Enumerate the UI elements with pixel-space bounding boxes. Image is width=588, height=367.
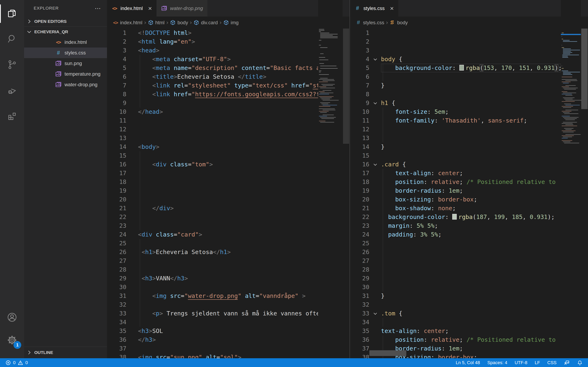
feedback-icon[interactable] — [560, 358, 573, 367]
code-line-21[interactable]: 21 box-shadow: none; — [350, 204, 561, 213]
breadcrumb-item-body[interactable]: body — [390, 20, 408, 25]
breadcrumb-item-index-html[interactable]: <>index.html — [113, 20, 142, 25]
activity-search[interactable] — [0, 27, 24, 50]
code-line-2[interactable]: 2 — [350, 37, 561, 46]
cursor-position[interactable]: Ln 5, Col 48 — [452, 358, 484, 367]
tab-styles-css[interactable]: #styles.css× — [350, 0, 398, 17]
color-swatch[interactable] — [452, 214, 457, 220]
vertical-scrollbar[interactable] — [343, 0, 350, 358]
activity-explorer[interactable] — [0, 2, 24, 25]
code-line-4[interactable]: 4body { — [350, 55, 561, 64]
code-line-29[interactable]: 29 — [350, 274, 561, 283]
code-line-15[interactable]: 15 — [350, 151, 561, 160]
code-line-21[interactable]: 21 </div> — [107, 204, 318, 213]
code-line-32[interactable]: 32 — [350, 300, 561, 309]
breadcrumb-item-img[interactable]: img — [223, 20, 239, 25]
code-line-26[interactable]: 26 — [350, 248, 561, 257]
code-line-24[interactable]: 24 padding: 3% 5%; — [350, 230, 561, 239]
close-icon[interactable]: × — [390, 5, 394, 12]
scrollbar-slider[interactable] — [581, 29, 588, 109]
code-line-26[interactable]: 26 <h1>Echeveria Setosa</h1> — [107, 248, 318, 257]
code-line-24[interactable]: 24<div class="card"> — [107, 230, 318, 239]
code-line-23[interactable]: 23 margin: 5% 5%; — [350, 221, 561, 230]
activity-account[interactable] — [0, 306, 24, 328]
code-line-2[interactable]: 2<html lang="en"> — [107, 37, 318, 46]
code-line-27[interactable]: 27 — [350, 257, 561, 265]
code-line-8[interactable]: 8 <link href="https://fonts.googleapis.c… — [107, 90, 318, 99]
code-line-30[interactable]: 30 — [107, 283, 318, 292]
breadcrumb-item-html[interactable]: html — [148, 20, 164, 25]
code-line-36[interactable]: 36 position: relative; /* Positioned rel… — [350, 335, 561, 344]
code-line-7[interactable]: 7} — [350, 81, 561, 90]
code-line-9[interactable]: 9 — [107, 99, 318, 108]
file-row-sun-png[interactable]: sun.png — [24, 58, 107, 69]
fold-chevron-down-icon[interactable] — [369, 309, 381, 318]
code-line-28[interactable]: 28 — [350, 265, 561, 274]
open-editors-section[interactable]: OPEN EDITORS — [24, 16, 107, 26]
fold-chevron-down-icon[interactable] — [369, 55, 381, 64]
tab-index-html[interactable]: <>index.html× — [107, 0, 156, 17]
breadcrumb-item-body[interactable]: body — [170, 20, 188, 25]
file-row-temperature-png[interactable]: temperature.png — [24, 69, 107, 79]
scrollbar-slider[interactable] — [343, 29, 349, 144]
notifications-bell-icon[interactable] — [573, 358, 584, 367]
code-line-25[interactable]: 25 — [350, 239, 561, 248]
minimap[interactable] — [318, 0, 343, 358]
code-line-35[interactable]: 35text-align: center; — [350, 327, 561, 335]
code-line-22[interactable]: 22 — [107, 213, 318, 221]
code-line-30[interactable]: 30 — [350, 283, 561, 292]
code-line-5[interactable]: 5 background-color: rgba(153, 170, 151, … — [350, 64, 561, 72]
code-line-10[interactable]: 10</head> — [107, 108, 318, 116]
code-line-9[interactable]: 9h1 { — [350, 99, 561, 108]
code-line-12[interactable]: 12 — [350, 125, 561, 134]
code-line-17[interactable]: 17 — [107, 169, 318, 178]
file-row-water-drop-png[interactable]: water-drop.png — [24, 79, 107, 90]
code-line-28[interactable]: 28 — [107, 265, 318, 274]
code-line-8[interactable]: 8 — [350, 90, 561, 99]
activity-source-control[interactable] — [0, 53, 24, 76]
code-line-35[interactable]: 35<h3>SOL — [107, 327, 318, 335]
minimap[interactable] — [561, 0, 581, 358]
code-line-16[interactable]: 16 <div class="tom"> — [107, 160, 318, 169]
sidebar-more-icon[interactable]: ⋯ — [95, 5, 101, 12]
file-row-index-html[interactable]: <>index.html — [24, 37, 107, 48]
problems-indicator[interactable]: 0 0 — [5, 358, 32, 367]
code-line-32[interactable]: 32 — [107, 300, 318, 309]
code-line-34[interactable]: 34 — [350, 318, 561, 327]
code-line-18[interactable]: 18 — [107, 178, 318, 186]
code-line-38[interactable]: 38<img src="sun.png" alt="sol"> — [107, 353, 318, 358]
code-line-25[interactable]: 25 — [107, 239, 318, 248]
activity-extensions[interactable] — [0, 105, 24, 127]
code-line-11[interactable]: 11 — [107, 116, 318, 125]
code-line-6[interactable]: 6 <title>Echeveria Setosa </title> — [107, 72, 318, 81]
code-line-33[interactable]: 33 <p> Trengs sjeldent vann så må ikke v… — [107, 309, 318, 318]
file-row-styles-css[interactable]: #styles.css — [24, 48, 107, 58]
color-swatch[interactable] — [459, 65, 464, 71]
code-line-4[interactable]: 4 <meta charset="UTF-8"> — [107, 55, 318, 64]
tab-water-drop-png[interactable]: water-drop.png — [156, 0, 208, 17]
code-editor[interactable]: 1234body {5 background-color: rgba(153, … — [350, 29, 588, 358]
code-line-7[interactable]: 7 <link rel="stylesheet" type="text/css"… — [107, 81, 318, 90]
code-line-15[interactable]: 15 — [107, 151, 318, 160]
close-icon[interactable]: × — [148, 5, 152, 12]
code-line-33[interactable]: 33.tom { — [350, 309, 561, 318]
code-line-31[interactable]: 31 <img src="water-drop.png" alt="vanndr… — [107, 292, 318, 300]
breadcrumb-item-styles-css[interactable]: #styles.css — [356, 20, 384, 25]
code-line-6[interactable]: 6 — [350, 72, 561, 81]
code-line-14[interactable]: 14} — [350, 142, 561, 151]
encoding-setting[interactable]: UTF-8 — [511, 358, 531, 367]
code-line-10[interactable]: 10 font-size: 5em; — [350, 108, 561, 116]
fold-chevron-down-icon[interactable] — [369, 160, 381, 169]
code-line-19[interactable]: 19 — [107, 186, 318, 195]
code-line-1[interactable]: 1 — [350, 29, 561, 37]
code-line-22[interactable]: 22 background-color: rgba(187, 199, 185,… — [350, 213, 561, 221]
code-line-14[interactable]: 14<body> — [107, 142, 318, 151]
code-line-31[interactable]: 31} — [350, 292, 561, 300]
code-line-18[interactable]: 18 position: relative; /* Positioned rel… — [350, 178, 561, 186]
code-line-34[interactable]: 34 — [107, 318, 318, 327]
code-line-5[interactable]: 5 <meta name="description" content="Basi… — [107, 64, 318, 72]
vertical-scrollbar[interactable] — [581, 0, 588, 358]
breadcrumb-item-div-card[interactable]: div.card — [194, 20, 218, 25]
code-line-12[interactable]: 12 — [107, 125, 318, 134]
code-line-27[interactable]: 27 — [107, 257, 318, 265]
